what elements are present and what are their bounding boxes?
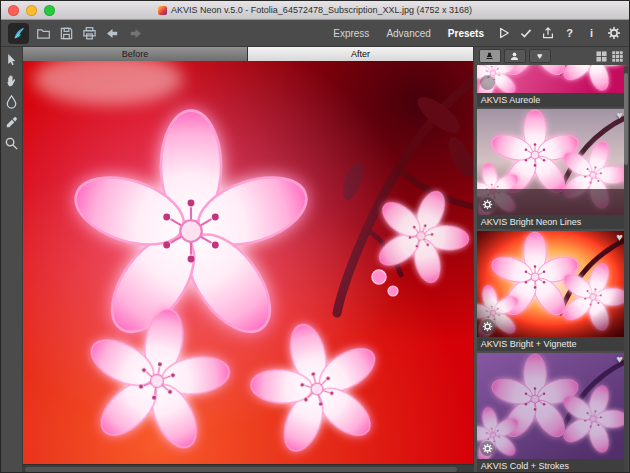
preset-thumbnail[interactable]: ♥	[477, 353, 627, 459]
next-image-button[interactable]	[126, 24, 144, 42]
help-button[interactable]: ?	[561, 25, 578, 42]
preset-settings-button[interactable]	[480, 75, 495, 90]
favorite-toggle[interactable]: ♥	[616, 232, 623, 243]
apply-button[interactable]	[517, 25, 534, 42]
gear-icon	[607, 26, 621, 40]
gear-icon	[482, 199, 493, 210]
preset-name: AKVIS Bright Neon Lines	[477, 215, 627, 229]
preset-thumbnail-image	[477, 231, 627, 337]
toolbar: Express Advanced Presets ? i	[1, 20, 629, 47]
user-presets-button[interactable]	[504, 49, 526, 63]
stamp-icon	[484, 51, 495, 62]
after-preview-image[interactable]	[23, 61, 473, 464]
hand-tool-button[interactable]	[2, 71, 20, 89]
preset-thumbnail[interactable]: ♥	[477, 109, 627, 215]
preset-name: AKVIS Aureole	[477, 93, 627, 107]
print-button[interactable]	[80, 24, 98, 42]
mode-advanced[interactable]: Advanced	[386, 28, 430, 39]
settings-button[interactable]	[605, 25, 622, 42]
presets-scrollbar-thumb[interactable]	[624, 73, 628, 165]
smudge-tool-button[interactable]	[2, 92, 20, 110]
favorite-toggle[interactable]: ♥	[616, 354, 623, 365]
presets-list: AKVIS Aureole ♥	[474, 65, 629, 473]
save-image-button[interactable]	[57, 24, 75, 42]
favorite-presets-button[interactable]: ♥	[529, 49, 551, 63]
neon-flowers-image	[23, 61, 473, 464]
gear-icon	[482, 321, 493, 332]
all-presets-button[interactable]	[479, 49, 501, 63]
tab-after[interactable]: After	[248, 47, 473, 61]
maximize-button[interactable]	[44, 5, 55, 16]
preset-name: AKVIS Bright + Vignette	[477, 337, 627, 351]
preset-settings-button[interactable]	[480, 319, 495, 334]
preset-item[interactable]: ♥ AKVIS Bright Neon Lines	[477, 109, 627, 229]
close-button[interactable]	[8, 5, 19, 16]
mode-presets[interactable]: Presets	[448, 28, 484, 39]
mode-express[interactable]: Express	[333, 28, 369, 39]
favorite-toggle[interactable]: ♥	[616, 110, 623, 121]
horizontal-scrollbar[interactable]	[23, 464, 473, 473]
magnifier-icon	[4, 136, 19, 151]
person-icon	[509, 51, 520, 62]
horizontal-scrollbar-thumb[interactable]	[25, 467, 457, 472]
presets-panel-header: ♥	[474, 47, 629, 65]
tab-before[interactable]: Before	[23, 47, 248, 61]
run-button[interactable]	[495, 25, 512, 42]
canvas-area: Before After	[23, 47, 473, 473]
previous-image-button[interactable]	[103, 24, 121, 42]
akvis-logo-icon[interactable]	[8, 23, 29, 44]
preset-name: AKVIS Cold + Strokes	[477, 459, 627, 473]
app-window: AKVIS Neon v.5.0 - Fotolia_64572478_Subs…	[0, 0, 630, 473]
preset-thumbnail[interactable]: ♥	[477, 231, 627, 337]
grid-small-icon	[612, 51, 623, 62]
preset-thumbnail-image	[477, 109, 627, 215]
open-image-button[interactable]	[34, 24, 52, 42]
presets-scrollbar[interactable]	[624, 66, 628, 472]
gear-icon	[482, 443, 493, 454]
hand-icon	[4, 73, 19, 88]
app-icon	[158, 6, 167, 15]
presets-panel: ♥	[473, 47, 629, 473]
minimize-button[interactable]	[26, 5, 37, 16]
share-button[interactable]	[539, 25, 556, 42]
main-area: Before After	[1, 47, 629, 473]
preset-settings-button[interactable]	[480, 197, 495, 212]
preset-settings-button[interactable]	[480, 441, 495, 456]
tools-sidebar	[1, 47, 23, 473]
preset-thumbnail[interactable]	[477, 65, 627, 93]
window-controls	[8, 5, 55, 16]
large-thumbnails-view-button[interactable]	[595, 50, 608, 63]
preset-item[interactable]: ♥ AKVIS Cold + Strokes	[477, 353, 627, 473]
info-button[interactable]: i	[583, 25, 600, 42]
window-title: AKVIS Neon v.5.0 - Fotolia_64572478_Subs…	[171, 5, 472, 15]
eyedropper-icon	[4, 115, 19, 130]
grid-large-icon	[596, 51, 607, 62]
preset-thumbnail-image	[477, 65, 627, 93]
pointer-icon	[4, 52, 19, 67]
zoom-tool-button[interactable]	[2, 134, 20, 152]
help-glyph: ?	[566, 27, 573, 39]
drop-icon	[4, 94, 19, 109]
preset-item[interactable]: AKVIS Aureole	[477, 65, 627, 107]
small-thumbnails-view-button[interactable]	[611, 50, 624, 63]
window-title-area: AKVIS Neon v.5.0 - Fotolia_64572478_Subs…	[1, 5, 629, 15]
info-glyph: i	[590, 27, 593, 39]
preset-thumbnail-image	[477, 353, 627, 459]
preset-item[interactable]: ♥ AKVIS Bright + Vignette	[477, 231, 627, 351]
preview-tabs: Before After	[23, 47, 473, 61]
eyedropper-tool-button[interactable]	[2, 113, 20, 131]
heart-icon: ♥	[537, 52, 542, 61]
pointer-tool-button[interactable]	[2, 50, 20, 68]
titlebar: AKVIS Neon v.5.0 - Fotolia_64572478_Subs…	[1, 1, 629, 20]
